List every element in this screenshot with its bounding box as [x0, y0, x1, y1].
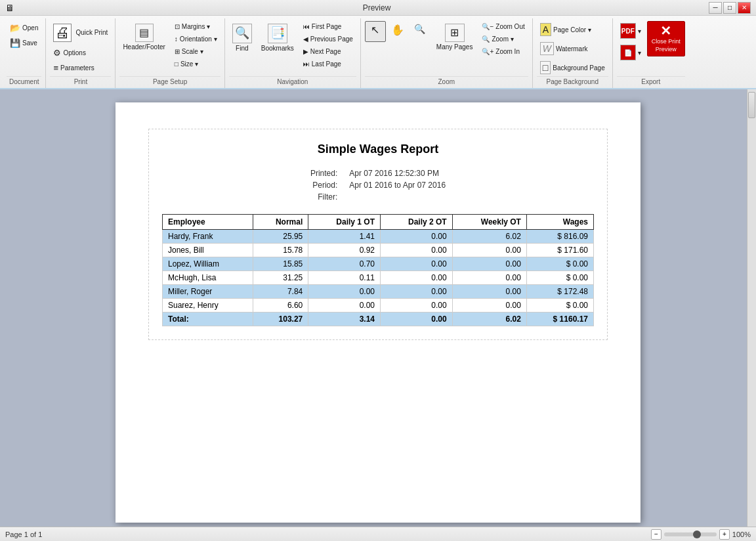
page-color-icon: A: [540, 23, 551, 36]
hand-button[interactable]: ✋: [387, 21, 408, 42]
main-area: Simple Wages Report Printed: Apr 07 2016…: [0, 89, 756, 527]
table-row: Lopez, William 15.85 0.70 0.00 0.00 $ 0.…: [163, 257, 594, 271]
col-d1ot: Daily 1 OT: [308, 215, 381, 230]
cell-normal: 31.25: [253, 271, 308, 285]
cell-employee: Jones, Bill: [163, 244, 253, 257]
period-label: Period:: [305, 180, 343, 190]
cell-normal: 15.78: [253, 244, 308, 257]
close-print-preview-icon: ✕: [660, 24, 671, 37]
cell-d1ot: 0.70: [308, 257, 381, 271]
cell-d2ot: 0.00: [381, 257, 453, 271]
prev-page-button[interactable]: ◀ Previous Page: [300, 33, 356, 45]
table-row: Suarez, Henry 6.60 0.00 0.00 0.00 $ 0.00: [163, 299, 594, 313]
size-icon: □: [175, 60, 178, 68]
options-button[interactable]: ⚙ Options: [50, 46, 89, 60]
close-button[interactable]: ✕: [738, 2, 751, 14]
hand-icon: ✋: [391, 24, 404, 36]
cell-wages: $ 0.00: [526, 271, 593, 285]
zoom-group-label: Zoom: [365, 76, 528, 87]
zoom-increase-button[interactable]: +: [719, 529, 730, 540]
cell-employee: Hardy, Frank: [163, 230, 253, 244]
report-title: Simple Wages Report: [162, 142, 594, 156]
zoom-level: 100%: [732, 530, 751, 538]
open-button[interactable]: 📂 Open: [7, 21, 41, 35]
last-page-button[interactable]: ⏭ Last Page: [300, 58, 356, 70]
next-page-button[interactable]: ▶ Next Page: [300, 46, 356, 57]
total-wot: 6.02: [452, 313, 526, 326]
margins-button[interactable]: ⊡ Margins ▾: [171, 21, 220, 32]
status-bar: Page 1 of 1 − + 100%: [0, 527, 756, 541]
col-employee: Employee: [163, 215, 253, 230]
navigation-group-label: Navigation: [229, 76, 356, 87]
size-button[interactable]: □ Size ▾: [171, 58, 220, 70]
zoom-button[interactable]: 🔍 Zoom ▾: [478, 33, 528, 45]
page-inner: Simple Wages Report Printed: Apr 07 2016…: [148, 129, 608, 340]
restore-button[interactable]: □: [723, 2, 736, 14]
background-page-button[interactable]: □ Background Page: [537, 59, 608, 76]
scroll-thumb[interactable]: [748, 92, 755, 118]
total-d1ot: 3.14: [308, 313, 381, 326]
open-icon: 📂: [10, 23, 20, 33]
header-footer-button[interactable]: ▤ Header/Footer: [119, 21, 168, 54]
page-color-button[interactable]: A Page Color ▾: [537, 21, 595, 38]
export-pdf-button[interactable]: PDF ▾: [617, 21, 644, 41]
wages-table: Employee Normal Daily 1 OT Daily 2 OT We…: [162, 214, 594, 326]
document-group-label: document: [7, 76, 41, 87]
zoom-out-button[interactable]: 🔍− Zoom Out: [478, 21, 528, 32]
window-controls: ─ □ ✕: [709, 2, 751, 14]
orientation-icon: ↕: [175, 35, 178, 43]
zoom-control: − + 100%: [651, 529, 751, 540]
minimize-button[interactable]: ─: [709, 2, 722, 14]
bookmarks-button[interactable]: 📑 Bookmarks: [258, 21, 297, 55]
col-wot: Weekly OT: [452, 215, 526, 230]
many-pages-button[interactable]: ⊞ Many Pages: [433, 21, 476, 54]
zoom-group: ↖ ✋ 🔍 ⊞ Many Pages 🔍− Zoom Out: [361, 18, 533, 88]
scale-button[interactable]: ⊞ Scale ▾: [171, 46, 220, 57]
cell-employee: McHugh, Lisa: [163, 271, 253, 285]
cell-wot: 0.00: [452, 244, 526, 257]
find-button[interactable]: 🔍 Find: [229, 21, 255, 55]
cell-employee: Suarez, Henry: [163, 299, 253, 313]
last-page-icon: ⏭: [303, 60, 310, 68]
export-other-icon: 📄: [620, 45, 636, 60]
cell-d1ot: 0.00: [308, 285, 381, 299]
table-row: Jones, Bill 15.78 0.92 0.00 0.00 $ 171.6…: [163, 244, 594, 257]
orientation-button[interactable]: ↕ Orientation ▾: [171, 33, 220, 45]
magnifier-button[interactable]: 🔍: [410, 21, 430, 42]
zoom-slider-thumb: [693, 530, 701, 538]
cursor-button[interactable]: ↖: [365, 21, 386, 42]
cell-d1ot: 1.41: [308, 230, 381, 244]
zoom-slider[interactable]: [664, 532, 717, 536]
total-wages: $ 1160.17: [526, 313, 593, 326]
cell-d2ot: 0.00: [381, 299, 453, 313]
cell-wot: 0.00: [452, 271, 526, 285]
close-print-preview-button[interactable]: ✕ Close Print Preview: [647, 21, 685, 56]
cell-d2ot: 0.00: [381, 271, 453, 285]
total-normal: 103.27: [253, 313, 308, 326]
export-other-button[interactable]: 📄 ▾: [617, 43, 644, 62]
printer-icon: 🖨: [53, 24, 72, 42]
first-page-icon: ⏮: [303, 23, 310, 30]
scroll-track: [747, 89, 756, 527]
save-button[interactable]: 💾 Save: [7, 36, 41, 50]
page-background-group-label: Page Background: [537, 76, 608, 87]
table-row: Hardy, Frank 25.95 1.41 0.00 6.02 $ 816.…: [163, 230, 594, 244]
bookmarks-icon: 📑: [268, 24, 287, 43]
quick-print-button[interactable]: 🖨 Quick Print: [50, 21, 111, 45]
cell-wages: $ 172.48: [526, 285, 593, 299]
document-group: 📂 Open 💾 Save document: [3, 18, 46, 88]
parameters-icon: ≡: [53, 63, 58, 73]
cell-wages: $ 0.00: [526, 299, 593, 313]
cell-d2ot: 0.00: [381, 244, 453, 257]
watermark-button[interactable]: W Watermark: [537, 40, 591, 57]
zoom-in-button[interactable]: 🔍+ Zoom In: [478, 46, 528, 57]
zoom-buttons: ↖ ✋ 🔍 ⊞ Many Pages 🔍− Zoom Out: [365, 20, 528, 76]
window-title: Preview: [45, 3, 709, 12]
zoom-icon: 🔍: [482, 35, 490, 43]
zoom-in-icon: 🔍+: [482, 48, 494, 55]
first-page-button[interactable]: ⏮ First Page: [300, 21, 356, 32]
parameters-button[interactable]: ≡ Parameters: [50, 61, 97, 75]
zoom-decrease-button[interactable]: −: [651, 529, 662, 540]
page-setup-buttons: ▤ Header/Footer ⊡ Margins ▾ ↕ Orientatio…: [119, 20, 220, 76]
page-background-group: A Page Color ▾ W Watermark □ Background …: [533, 18, 613, 88]
